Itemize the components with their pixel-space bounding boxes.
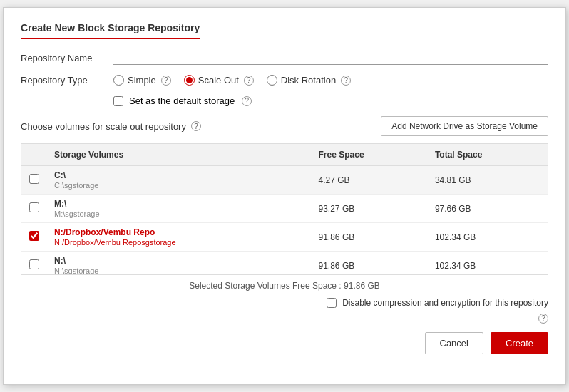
row-checkbox-2[interactable]: [29, 231, 39, 241]
create-repository-dialog: Create New Block Storage Repository Repo…: [3, 7, 566, 385]
row-storage-volume: M:\M:\sgstorage: [47, 195, 312, 223]
row-total-space: 102.34 GB: [428, 223, 548, 252]
col-storage-volumes: Storage Volumes: [47, 144, 312, 166]
table-row: N:\N:\sgstorage91.86 GB102.34 GB: [21, 252, 548, 276]
table-row: N:/Dropbox/Vembu RepoN:/Dropbox/Vembu Re…: [21, 223, 548, 252]
disable-compression-label: Disable compression and encryption for t…: [342, 298, 548, 308]
row-checkbox-0[interactable]: [29, 174, 39, 184]
default-storage-help-icon[interactable]: ?: [242, 96, 252, 106]
dialog-title: Create New Block Storage Repository: [21, 22, 200, 39]
cancel-button[interactable]: Cancel: [425, 332, 483, 354]
row-volume-path: N:\sgstorage: [54, 267, 304, 275]
disk-rotation-help-icon[interactable]: ?: [341, 76, 351, 86]
volumes-table-container: Storage Volumes Free Space Total Space C…: [21, 143, 548, 275]
row-checkbox-3[interactable]: [29, 259, 39, 269]
col-checkbox: [21, 144, 47, 166]
default-storage-checkbox[interactable]: [113, 96, 123, 106]
row-volume-name: M:\: [54, 199, 304, 209]
repository-type-group: Simple ? Scale Out ? Disk Rotation ?: [113, 75, 351, 86]
disable-compression-checkbox[interactable]: [327, 298, 337, 308]
create-button[interactable]: Create: [491, 332, 548, 354]
row-total-space: 34.81 GB: [428, 166, 548, 195]
disable-compression-help-icon[interactable]: ?: [538, 314, 548, 324]
default-storage-row: Set as the default storage ?: [113, 96, 548, 106]
volumes-table: Storage Volumes Free Space Total Space C…: [21, 144, 548, 275]
repository-name-label: Repository Name: [21, 53, 113, 63]
row-volume-path: C:\sgstorage: [54, 181, 304, 190]
radio-simple-label: Simple: [128, 75, 156, 86]
row-volume-name: C:\: [54, 170, 304, 180]
radio-scale-out-input[interactable]: [184, 75, 195, 86]
col-total-space: Total Space: [428, 144, 548, 166]
add-network-drive-button[interactable]: Add Network Drive as Storage Volume: [381, 116, 548, 136]
row-free-space: 4.27 GB: [312, 166, 428, 195]
row-checkbox-1[interactable]: [29, 202, 39, 212]
row-volume-name: N:/Dropbox/Vembu Repo: [54, 227, 304, 237]
row-total-space: 97.66 GB: [428, 195, 548, 223]
row-storage-volume: N:/Dropbox/Vembu RepoN:/Dropbox/Vembu Re…: [47, 223, 312, 252]
row-free-space: 93.27 GB: [312, 195, 428, 223]
row-volume-name: N:\: [54, 256, 304, 266]
disable-compression-row: Disable compression and encryption for t…: [327, 298, 548, 308]
radio-simple[interactable]: Simple ?: [113, 75, 171, 86]
selected-volumes-info: Selected Storage Volumes Free Space : 91…: [21, 281, 548, 291]
bottom-section: Disable compression and encryption for t…: [21, 298, 548, 324]
row-total-space: 102.34 GB: [428, 252, 548, 276]
radio-simple-input[interactable]: [113, 75, 124, 86]
volumes-section-title: Choose volumes for scale out repository …: [21, 121, 201, 132]
row-volume-path: N:/Dropbox/Vembu Reposgstorage: [54, 238, 304, 247]
col-free-space: Free Space: [312, 144, 428, 166]
footer-buttons: Cancel Create: [21, 332, 548, 354]
row-checkbox-cell: [21, 166, 47, 195]
radio-disk-rotation-input[interactable]: [267, 75, 277, 86]
default-storage-label: Set as the default storage: [129, 96, 235, 106]
simple-help-icon[interactable]: ?: [161, 76, 171, 86]
radio-scale-out[interactable]: Scale Out ?: [184, 75, 254, 86]
row-storage-volume: N:\N:\sgstorage: [47, 252, 312, 276]
radio-disk-rotation-label: Disk Rotation: [281, 75, 336, 86]
row-free-space: 91.86 GB: [312, 223, 428, 252]
repository-type-label: Repository Type: [21, 75, 113, 86]
row-free-space: 91.86 GB: [312, 252, 428, 276]
volumes-title-text: Choose volumes for scale out repository: [21, 121, 186, 132]
repository-name-input[interactable]: [113, 51, 548, 65]
scale-out-help-icon[interactable]: ?: [244, 76, 254, 86]
radio-disk-rotation[interactable]: Disk Rotation ?: [267, 75, 351, 86]
row-checkbox-cell: [21, 223, 47, 252]
row-checkbox-cell: [21, 195, 47, 223]
row-checkbox-cell: [21, 252, 47, 276]
table-row: C:\C:\sgstorage4.27 GB34.81 GB: [21, 166, 548, 195]
volumes-help-icon[interactable]: ?: [191, 121, 201, 131]
repository-type-row: Repository Type Simple ? Scale Out ? Dis…: [21, 75, 548, 86]
table-header-row: Storage Volumes Free Space Total Space: [21, 144, 548, 166]
volumes-section-header: Choose volumes for scale out repository …: [21, 116, 548, 136]
repository-name-row: Repository Name: [21, 51, 548, 65]
row-storage-volume: C:\C:\sgstorage: [47, 166, 312, 195]
table-row: M:\M:\sgstorage93.27 GB97.66 GB: [21, 195, 548, 223]
row-volume-path: M:\sgstorage: [54, 210, 304, 218]
radio-scale-out-label: Scale Out: [198, 75, 239, 86]
